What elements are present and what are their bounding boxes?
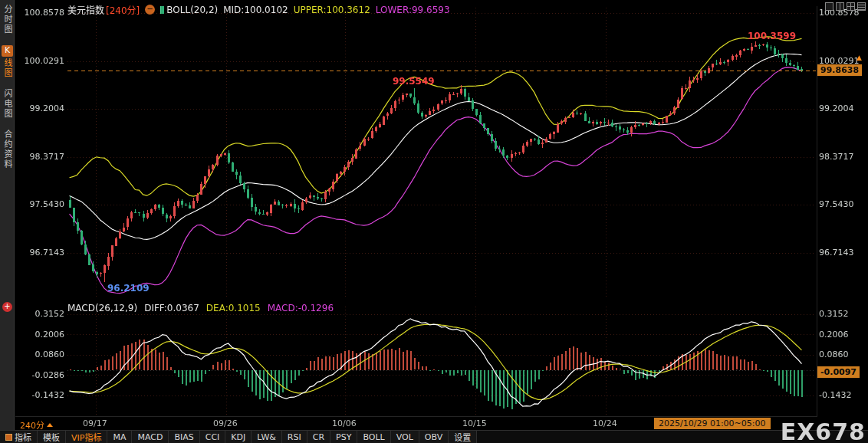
price-axis-label: 96.7143 <box>15 248 64 258</box>
annotation-swing-high: 99.5549 <box>393 76 435 87</box>
sidebar-item-contract-info[interactable]: 合约资料 <box>1 130 13 169</box>
toolbar-button-label: LW& <box>257 432 276 442</box>
indicator-toolbar: 指标 模板 VIP指标 MA MACD BIAS CCI KDJ LW& RSI… <box>0 430 868 443</box>
toolbar-button-ma[interactable]: MA <box>107 431 132 443</box>
macd-macd-value: MACD:-0.1296 <box>268 303 334 313</box>
sidebar-item-time-chart[interactable]: 分时图 <box>1 5 13 34</box>
macd-axis-label: -0.0286 <box>15 370 64 380</box>
macd-axis-label: 0.0860 <box>15 349 64 359</box>
toolbar-button-label: CR <box>313 432 324 442</box>
toolbar-button-label: VIP指标 <box>71 431 101 443</box>
toolbar-button-boll[interactable]: BOLL <box>357 431 390 443</box>
price-axis-label: 98.3717 <box>819 152 868 162</box>
toolbar-button-label: OBV <box>425 432 442 442</box>
price-axis-label: 96.7143 <box>819 248 868 258</box>
toolbar-button-vip-indicator[interactable]: VIP指标 <box>66 431 107 443</box>
annotation-period-low: 96.2109 <box>107 283 150 294</box>
macd-axis-label: 0.2006 <box>15 330 64 340</box>
toolbar-button-psy[interactable]: PSY <box>330 431 357 443</box>
trading-app-window: 分时图 K线图 闪电图 合约资料 美元指数 [240分] − BOLL(20,2… <box>0 0 868 443</box>
toolbar-button-vol[interactable]: VOL <box>391 431 419 443</box>
toolbar-button-cr[interactable]: CR <box>307 431 330 443</box>
layout-list-icon[interactable] <box>857 2 866 11</box>
sidebar-item-label: 合约资料 <box>2 130 12 169</box>
k-badge: K <box>2 45 13 57</box>
collapse-icon[interactable]: − <box>145 5 155 15</box>
price-axis-label: 100.0291 <box>15 56 64 66</box>
toolbar-button-cci[interactable]: CCI <box>200 431 226 443</box>
layout-quad-icon[interactable] <box>847 2 855 11</box>
candle-style-icon <box>160 6 164 14</box>
macd-axis-label: 0.3152 <box>819 309 868 319</box>
boll-mid-value: MID:100.0102 <box>223 5 288 15</box>
price-axis-label: 99.2004 <box>819 103 868 113</box>
sidebar-item-candle-chart[interactable]: K线图 <box>1 45 13 78</box>
price-axis-label: 97.5430 <box>15 199 64 209</box>
macd-axis-label: 0.0860 <box>819 349 868 359</box>
indicator-add-icon[interactable]: + <box>2 302 12 312</box>
indicator-grid-icon <box>5 434 12 441</box>
date-axis-label: 09/17 <box>83 418 107 428</box>
kline-chart-canvas[interactable] <box>0 0 868 443</box>
layout-dual-icon[interactable] <box>836 2 844 11</box>
toolbar-button-rsi[interactable]: RSI <box>282 431 307 443</box>
boll-indicator-label: BOLL(20,2) <box>166 5 218 15</box>
price-axis-label: 99.2004 <box>15 103 64 113</box>
boll-upper-value: UPPER:100.3612 <box>294 5 370 15</box>
last-price-box: 99.8638 <box>817 64 862 76</box>
toolbar-button-label: 指标 <box>15 431 31 443</box>
date-axis-label: 10/06 <box>332 418 357 428</box>
axis-divider-horizontal <box>15 416 817 417</box>
date-axis-label: 09/26 <box>213 418 238 428</box>
interval-label: 240分 <box>20 418 44 431</box>
layout-single-icon[interactable] <box>825 2 833 11</box>
macd-axis-label: -0.1432 <box>819 390 868 400</box>
symbol-label: 美元指数 <box>67 3 104 16</box>
macd-last-value-box: -0.0097 <box>817 366 860 378</box>
price-axis-label: 97.5430 <box>819 199 868 209</box>
toolbar-button-settings[interactable]: 设置 <box>449 431 477 443</box>
price-up-arrow-icon: ▲ <box>856 54 862 61</box>
toolbar-button-indicator[interactable]: 指标 <box>0 431 38 443</box>
current-bar-time-box: 2025/10/29 01:00~05:00 <box>654 418 771 429</box>
interval-dropdown-icon <box>47 423 53 427</box>
boll-lower-value: LOWER:99.6593 <box>376 5 450 15</box>
date-axis-label: 10/15 <box>462 418 487 428</box>
window-layout-controls <box>825 2 866 11</box>
toolbar-button-label: 设置 <box>454 431 471 443</box>
sidebar-item-label: 分时图 <box>2 5 12 34</box>
toolbar-button-label: MA <box>113 432 126 442</box>
macd-axis-label: 0.2006 <box>819 330 868 340</box>
macd-axis-label: -0.1432 <box>15 390 64 400</box>
sidebar-item-label: 线图 <box>2 58 12 78</box>
toolbar-button-label: BOLL <box>363 432 384 442</box>
sidebar-item-label: 闪电图 <box>2 89 12 119</box>
macd-indicator-label: MACD(26,12,9) <box>67 303 137 313</box>
interval-tag: [240分] <box>106 3 140 16</box>
toolbar-button-obv[interactable]: OBV <box>419 431 449 443</box>
interval-selector[interactable]: 240分 <box>20 418 53 431</box>
toolbar-button-label: KDJ <box>231 432 245 442</box>
watermark: EX678 <box>781 418 866 443</box>
macd-diff-value: DIFF:0.0367 <box>144 303 199 313</box>
toolbar-button-bias[interactable]: BIAS <box>169 431 199 443</box>
toolbar-button-kdj[interactable]: KDJ <box>225 431 252 443</box>
toolbar-button-label: CCI <box>205 432 220 442</box>
chart-type-sidebar: 分时图 K线图 闪电图 合约资料 <box>0 0 15 430</box>
date-axis-label: 10/24 <box>593 418 617 428</box>
toolbar-button-label: PSY <box>336 432 351 442</box>
macd-dea-value: DEA:0.1015 <box>206 303 261 313</box>
macd-axis-label: 0.3152 <box>15 309 64 319</box>
price-axis-label: 100.8578 <box>15 8 64 18</box>
toolbar-button-lw[interactable]: LW& <box>252 431 282 443</box>
chart-header: 美元指数 [240分] − BOLL(20,2) MID:100.0102 UP… <box>67 3 450 16</box>
sidebar-item-lightning-chart[interactable]: 闪电图 <box>1 89 13 119</box>
toolbar-button-template[interactable]: 模板 <box>38 431 66 443</box>
toolbar-button-label: MACD <box>137 432 163 442</box>
price-axis-label: 98.3717 <box>15 152 64 162</box>
toolbar-button-label: BIAS <box>174 432 193 442</box>
toolbar-button-label: VOL <box>396 432 413 442</box>
annotation-period-high: 100.3599 <box>748 31 796 41</box>
toolbar-button-macd[interactable]: MACD <box>132 431 169 443</box>
toolbar-button-label: RSI <box>288 432 301 442</box>
